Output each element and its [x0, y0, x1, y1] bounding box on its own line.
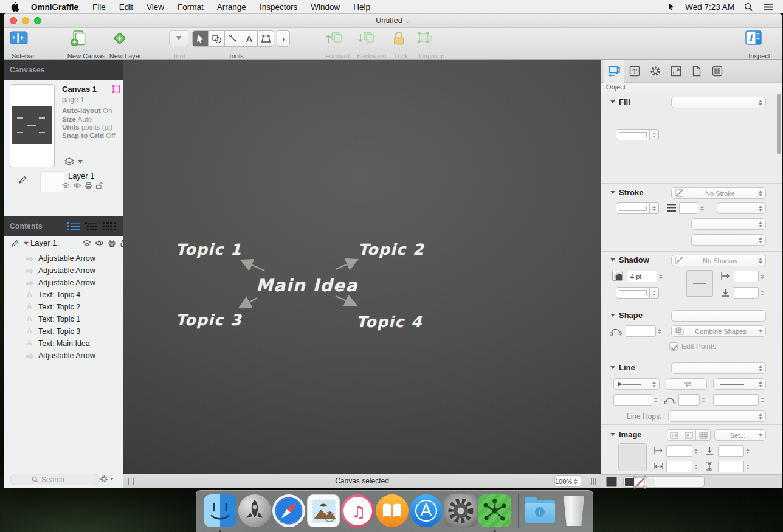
topic-node[interactable]: Topic 3	[176, 311, 242, 329]
image-offset-x-input[interactable]	[666, 445, 700, 457]
connector-arrows[interactable]	[123, 60, 599, 474]
layer-stack-icon[interactable]	[83, 239, 91, 247]
title-bar[interactable]: Untitled ⌄	[4, 13, 782, 28]
menu-item[interactable]: Inspectors	[253, 2, 304, 12]
dock-icon-trash[interactable]	[557, 494, 590, 527]
line-section-header[interactable]: Line	[610, 363, 635, 372]
menu-item[interactable]: File	[86, 2, 112, 12]
layers-dropdown[interactable]	[64, 157, 83, 166]
contents-layer-name[interactable]: Layer 1	[30, 238, 57, 247]
dock-icon-system-preferences[interactable]	[444, 494, 477, 527]
image-stretch-button[interactable]	[667, 429, 681, 441]
image-section-header[interactable]: Image	[610, 430, 642, 439]
forward-button[interactable]: Forward	[324, 30, 351, 46]
topic-node[interactable]: Topic 4	[356, 313, 423, 331]
contents-list-item[interactable]: Text: Topic 2	[4, 302, 123, 314]
sidebar-toggle-button[interactable]: Sidebar	[10, 30, 36, 45]
menu-item[interactable]: Help	[347, 2, 377, 12]
menu-item[interactable]: View	[140, 2, 171, 12]
main-idea-node[interactable]: Main Idea	[256, 275, 358, 295]
topic-node[interactable]: Topic 1	[176, 241, 242, 258]
notification-center-icon[interactable]	[763, 3, 773, 11]
layer-lock-icon[interactable]	[95, 182, 103, 190]
shape-tool-button[interactable]	[209, 30, 225, 47]
stroke-cap-dropdown[interactable]	[691, 234, 766, 246]
line-start-size-input[interactable]	[613, 394, 660, 406]
dock-icon-finder[interactable]	[204, 494, 236, 527]
stroke-width-input[interactable]	[679, 202, 706, 214]
shadow-type-dropdown[interactable]: No Shadow	[671, 255, 766, 266]
dock-icon-safari[interactable]	[272, 494, 305, 527]
shadow-preview-icon[interactable]	[612, 271, 623, 281]
menu-item[interactable]: Edit	[112, 2, 140, 12]
layer-row[interactable]: Layer 1	[4, 171, 123, 196]
zoom-stepper[interactable]	[572, 478, 581, 485]
style-swatches-well[interactable]	[623, 476, 705, 488]
tab-text[interactable]: T	[624, 60, 645, 83]
image-tile-button[interactable]	[696, 429, 711, 441]
layer-name[interactable]: Layer 1	[68, 171, 94, 181]
disclosure-triangle-icon[interactable]	[24, 242, 29, 246]
menu-item-app[interactable]: OmniGraffle	[30, 2, 86, 12]
edit-points-checkbox[interactable]: Edit Points	[669, 342, 716, 351]
zoom-control[interactable]: 100%	[554, 475, 581, 487]
topic-node[interactable]: Topic 2	[358, 241, 424, 258]
selection-tool-button[interactable]	[192, 30, 209, 47]
search-input[interactable]	[41, 475, 78, 484]
window-title[interactable]: Untitled ⌄	[4, 16, 782, 25]
stroke-section-header[interactable]: Stroke	[610, 188, 643, 197]
shadow-blur-input[interactable]: 4 pt	[627, 271, 664, 282]
canvas-name[interactable]: Canvas 1	[62, 85, 97, 94]
contents-list-item[interactable]: Adjustable Arrow	[4, 253, 123, 265]
tab-document[interactable]	[686, 60, 707, 83]
dock-icon-omnigraffle[interactable]	[478, 494, 511, 527]
line-type-dropdown[interactable]	[671, 362, 766, 374]
shape-picker-field[interactable]	[671, 310, 766, 322]
dock-icon-itunes[interactable]: ♫	[341, 494, 374, 527]
line-tool-button[interactable]	[225, 30, 241, 47]
new-layer-button[interactable]: New Layer	[111, 30, 140, 46]
line-start-arrowhead-dropdown[interactable]	[613, 378, 660, 390]
image-offset-y-input[interactable]	[718, 445, 751, 457]
outline-view-icon[interactable]	[85, 221, 98, 232]
menu-clock[interactable]: Wed 7:23 AM	[685, 2, 734, 12]
shadow-color-well[interactable]	[616, 287, 659, 299]
inspector-scrollbar[interactable]	[777, 94, 781, 154]
tab-canvas-size[interactable]	[666, 60, 686, 83]
contents-list-item[interactable]: Text: Topic 3	[4, 326, 123, 338]
line-curvature-input[interactable]	[678, 394, 707, 406]
line-end-size-input[interactable]	[713, 394, 766, 406]
tool-button[interactable]: Tool	[168, 30, 190, 46]
layer-print-icon[interactable]	[108, 239, 116, 247]
contents-list-item[interactable]: Adjustable Arrow	[4, 350, 123, 362]
canvas-thumbnail[interactable]	[10, 84, 55, 167]
fill-type-dropdown[interactable]	[671, 97, 766, 108]
shadow-style-swatch[interactable]	[646, 478, 655, 486]
list-view-icon[interactable]	[67, 221, 80, 232]
more-tools-button[interactable]: ›	[277, 30, 290, 47]
contents-list-item[interactable]: Adjustable Arrow	[4, 277, 123, 289]
stroke-type-dropdown[interactable]: No Stroke	[671, 187, 766, 199]
corner-radius-input[interactable]	[626, 325, 663, 337]
line-end-arrowhead-dropdown[interactable]	[713, 378, 766, 390]
ungroup-button[interactable]: Ungroup	[416, 30, 447, 46]
image-mask-button[interactable]	[681, 429, 696, 441]
stroke-color-well[interactable]	[616, 202, 659, 214]
fill-color-well[interactable]	[616, 129, 659, 140]
backward-button[interactable]: Backward	[356, 30, 387, 46]
dock-icon-app-store[interactable]	[410, 494, 443, 527]
current-style-swatch[interactable]	[606, 477, 617, 487]
new-canvas-button[interactable]: New Canvas	[69, 30, 103, 46]
grid-view-icon[interactable]	[102, 221, 117, 232]
dock-icon-mail[interactable]	[307, 494, 340, 527]
contents-list-item[interactable]: Adjustable Arrow	[4, 265, 123, 277]
contents-layer-row[interactable]: Layer 1	[4, 237, 123, 250]
contents-list-item[interactable]: Text: Main Idea	[4, 338, 123, 350]
shape-section-header[interactable]: Shape	[610, 311, 643, 320]
menu-item[interactable]: Arrange	[210, 2, 253, 12]
contents-list-item[interactable]: Text: Topic 1	[4, 314, 123, 326]
combine-shapes-dropdown[interactable]: Combine Shapes	[671, 325, 766, 337]
search-field[interactable]	[10, 474, 100, 485]
layer-stack-icon[interactable]	[62, 182, 70, 190]
lock-button[interactable]: Lock	[392, 30, 411, 46]
